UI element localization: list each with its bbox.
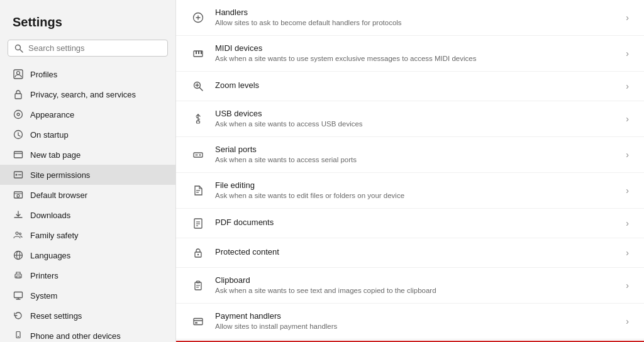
sidebar-item-label: System (30, 291, 57, 301)
svg-point-51 (197, 253, 199, 255)
sidebar-item-label: Phone and other devices (30, 331, 121, 341)
settings-item-protected-content[interactable]: Protected content › (176, 238, 644, 268)
item-content: Clipboard Ask when a site wants to see t… (215, 275, 616, 295)
svg-rect-23 (14, 292, 23, 298)
serial-icon (191, 148, 205, 162)
item-desc: Allow sites to ask to become default han… (215, 18, 616, 28)
chevron-right-icon: › (626, 81, 629, 91)
svg-rect-41 (194, 153, 203, 157)
chevron-right-icon: › (626, 150, 629, 160)
sidebar-item-startup[interactable]: On startup (0, 124, 175, 145)
sidebar-item-default-browser[interactable]: Default browser (0, 185, 175, 205)
usb-icon (191, 112, 205, 126)
sidebar-item-label: Downloads (30, 211, 70, 220)
svg-rect-22 (16, 276, 20, 278)
svg-point-16 (16, 232, 18, 234)
file-editing-icon (191, 184, 205, 197)
sidebar-item-label: Languages (30, 251, 70, 260)
settings-item-usb[interactable]: USB devices Ask when a site wants to acc… (176, 101, 644, 137)
sidebar-item-family-safety[interactable]: Family safety (0, 225, 175, 245)
sidebar-item-label: Reset settings (30, 311, 82, 321)
settings-item-pdf[interactable]: PDF documents › (176, 209, 644, 238)
sidebar-item-label: Printers (30, 271, 58, 280)
search-icon (14, 44, 23, 53)
settings-item-clipboard[interactable]: Clipboard Ask when a site wants to see t… (176, 268, 644, 304)
reset-icon (13, 310, 24, 321)
svg-point-5 (14, 111, 23, 119)
item-desc: Ask when a site wants to see text and im… (215, 286, 616, 295)
sidebar-nav: Profiles Privacy, search, and services A… (0, 64, 175, 342)
chevron-right-icon: › (626, 48, 629, 58)
item-title: File editing (215, 180, 616, 190)
printers-icon (13, 270, 24, 281)
item-content: File editing Ask when a site wants to ed… (215, 180, 616, 201)
item-content: Zoom levels (215, 80, 616, 91)
svg-point-6 (17, 113, 19, 116)
search-input[interactable] (28, 43, 161, 53)
item-title: USB devices (215, 109, 616, 118)
sidebar-item-label: On startup (30, 130, 69, 140)
settings-item-midi[interactable]: MIDI devices Ask when a site wants to us… (176, 36, 644, 72)
sidebar-item-printers[interactable]: Printers (0, 265, 175, 285)
site-permissions-icon (13, 169, 24, 180)
privacy-icon (13, 89, 24, 100)
midi-icon (191, 47, 205, 60)
chevron-right-icon: › (626, 218, 629, 228)
phone-icon (13, 330, 24, 341)
sidebar-item-label: Privacy, search, and services (30, 90, 136, 99)
sidebar-item-system[interactable]: System (0, 285, 175, 306)
settings-item-payment-handlers[interactable]: Payment handlers Allow sites to install … (176, 304, 644, 339)
sidebar-item-privacy[interactable]: Privacy, search, and services (0, 84, 175, 104)
item-content: Payment handlers Allow sites to install … (215, 311, 616, 331)
sidebar-item-newtab[interactable]: New tab page (0, 145, 175, 165)
svg-rect-8 (14, 152, 23, 158)
settings-item-serial[interactable]: Serial ports Ask when a site wants to ac… (176, 137, 644, 173)
chevron-right-icon: › (626, 248, 629, 258)
svg-rect-30 (196, 51, 197, 54)
item-content: Serial ports Ask when a site wants to ac… (215, 145, 616, 165)
system-icon (13, 290, 24, 301)
item-content: Protected content (215, 247, 616, 258)
main-content: Handlers Allow sites to ask to become de… (176, 0, 644, 342)
svg-rect-56 (194, 318, 203, 324)
chevron-right-icon: › (626, 280, 629, 290)
item-content: USB devices Ask when a site wants to acc… (215, 109, 616, 129)
appearance-icon (13, 109, 24, 120)
settings-title: Settings (0, 10, 175, 40)
sidebar-item-label: Default browser (30, 190, 87, 200)
svg-point-15 (17, 195, 19, 197)
item-content: PDF documents (215, 218, 616, 228)
svg-rect-4 (15, 94, 21, 99)
sidebar-item-reset[interactable]: Reset settings (0, 306, 175, 326)
item-content: Handlers Allow sites to ask to become de… (215, 8, 616, 28)
chevron-right-icon: › (626, 114, 629, 124)
item-title: Clipboard (215, 275, 616, 285)
payment-icon (191, 314, 205, 328)
item-desc: Ask when a site wants to access serial p… (215, 155, 616, 165)
sidebar-item-phone[interactable]: Phone and other devices (0, 326, 175, 342)
settings-item-zoom[interactable]: Zoom levels › (176, 72, 644, 101)
svg-point-43 (199, 154, 201, 155)
profiles-icon (13, 69, 24, 80)
item-title: Payment handlers (215, 311, 616, 321)
svg-rect-52 (195, 282, 201, 290)
default-browser-icon (13, 189, 24, 201)
sidebar-item-downloads[interactable]: Downloads (0, 205, 175, 225)
sidebar-item-site-permissions[interactable]: Site permissions (0, 165, 175, 185)
chevron-right-icon: › (626, 185, 629, 196)
sidebar-item-languages[interactable]: Languages (0, 245, 175, 265)
sidebar: Settings Profiles (0, 0, 176, 342)
item-title: MIDI devices (215, 43, 616, 53)
chevron-right-icon: › (626, 13, 629, 23)
item-title: Handlers (215, 8, 616, 17)
sidebar-item-profiles[interactable]: Profiles (0, 64, 175, 84)
pdf-icon (191, 216, 205, 230)
settings-item-file-editing[interactable]: File editing Ask when a site wants to ed… (176, 173, 644, 209)
item-title: Zoom levels (215, 80, 616, 90)
settings-item-handlers[interactable]: Handlers Allow sites to ask to become de… (176, 0, 644, 36)
sidebar-item-appearance[interactable]: Appearance (0, 104, 175, 124)
newtab-icon (13, 149, 24, 160)
search-box[interactable] (8, 40, 168, 57)
startup-icon (13, 129, 24, 140)
svg-rect-58 (195, 322, 197, 323)
